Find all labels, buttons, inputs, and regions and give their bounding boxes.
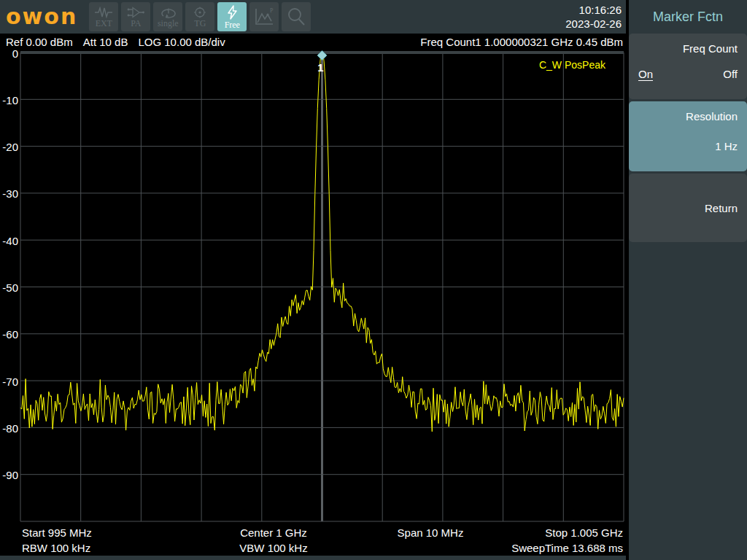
tracking-generator-icon <box>193 7 207 18</box>
freq-count-readout: Freq Count1 1.000000321 GHz 0.45 dBm <box>420 36 623 48</box>
tool-label-single: single <box>158 19 179 28</box>
toolbar-button-zoom[interactable] <box>282 2 311 31</box>
toolbar-button-single-sweep[interactable]: single <box>153 2 182 31</box>
date-display: 2023-02-26 <box>565 17 622 31</box>
vbw-readout: VBW 100 kHz <box>239 542 307 554</box>
y-axis-tick-label: -50 <box>2 281 18 294</box>
peak-search-icon: P <box>253 7 275 27</box>
y-axis-tick-label: -40 <box>2 235 18 247</box>
clock: 10:16:26 2023-02-26 <box>565 3 622 31</box>
center-freq-readout: Center 1 GHz <box>240 526 307 539</box>
top-status-bar: owon EXT PA single <box>0 0 626 34</box>
free-run-icon <box>225 5 239 20</box>
freq-count-on-option[interactable]: On <box>638 68 653 80</box>
single-sweep-icon <box>158 7 177 18</box>
softkey-resolution[interactable]: Resolution 1 Hz <box>629 101 747 171</box>
log-scale-readout: LOG 10.00 dB/div <box>138 36 225 48</box>
toolbar-button-ext-trigger[interactable]: EXT <box>89 2 118 31</box>
tool-label-ext: EXT <box>96 19 112 28</box>
softkey-return[interactable]: Return <box>629 174 747 242</box>
span-readout: Span 10 MHz <box>398 526 464 539</box>
start-freq-readout: Start 995 MHz <box>22 526 92 539</box>
amplitude-settings-readout: Ref 0.00 dBmAtt 10 dBLOG 10.00 dB/div <box>6 36 236 48</box>
menu-title: Marker Fctn <box>629 0 747 34</box>
softkey-return-label: Return <box>705 202 738 214</box>
toolbar-button-preamplifier[interactable]: PA <box>121 2 150 31</box>
owon-logo: owon <box>6 0 77 34</box>
main-screen: owon EXT PA single <box>0 0 626 560</box>
y-axis-tick-label: -70 <box>2 376 18 388</box>
zoom-icon <box>286 7 306 27</box>
bottom-strip <box>0 556 626 560</box>
time-display: 10:16:26 <box>565 3 622 17</box>
marker-1-number: 1 <box>317 61 323 74</box>
attenuation-readout: Att 10 dB <box>83 36 128 48</box>
y-axis-tick-label: -90 <box>2 469 18 481</box>
tool-label-pa: PA <box>131 19 141 28</box>
rbw-readout: RBW 100 kHz <box>22 542 90 554</box>
tool-label-tg: TG <box>194 19 206 28</box>
y-axis-tick-label: -60 <box>2 328 18 341</box>
ext-trigger-icon <box>94 7 113 18</box>
svg-text:P: P <box>270 7 274 14</box>
toolbar-button-tracking-generator[interactable]: TG <box>185 2 214 31</box>
spectrum-display: 0-10-20-30-40-50-60-70-80-901 C_W PosPea… <box>0 50 626 524</box>
ref-level-readout: Ref 0.00 dBm <box>6 36 73 48</box>
measurement-readout-bar: Ref 0.00 dBmAtt 10 dBLOG 10.00 dB/div Fr… <box>0 34 626 50</box>
spectrum-plot: 0-10-20-30-40-50-60-70-80-901 <box>0 50 626 524</box>
softkey-freq-count[interactable]: Freq Count On Off <box>629 34 747 99</box>
toolbar-button-peak-search[interactable]: P <box>249 2 279 31</box>
tool-label-free: Free <box>225 20 240 29</box>
y-axis-tick-label: 0 <box>12 50 18 60</box>
softkey-freq-count-label: Freq Count <box>638 42 738 55</box>
y-axis-tick-label: -30 <box>2 187 18 200</box>
y-axis-tick-label: -20 <box>2 141 18 153</box>
preamplifier-icon <box>126 7 145 18</box>
toolbar-button-free-run[interactable]: Free <box>217 2 247 31</box>
softkey-menu: Marker Fctn Freq Count On Off Resolution… <box>626 0 747 560</box>
trace-mode-label: C_W PosPeak <box>539 59 605 71</box>
y-axis-tick-label: -80 <box>2 422 18 435</box>
toolbar: EXT PA single TG <box>89 2 311 31</box>
y-axis-tick-label: -10 <box>2 94 18 106</box>
resolution-value: 1 Hz <box>638 140 738 152</box>
sweep-time-readout: SweepTime 13.688 ms <box>511 542 623 554</box>
stop-freq-readout: Stop 1.005 GHz <box>545 526 623 539</box>
freq-count-off-option[interactable]: Off <box>723 68 738 80</box>
sweep-settings-bar: Start 995 MHz Center 1 GHz Span 10 MHz S… <box>0 524 626 556</box>
softkey-resolution-label: Resolution <box>638 110 738 122</box>
